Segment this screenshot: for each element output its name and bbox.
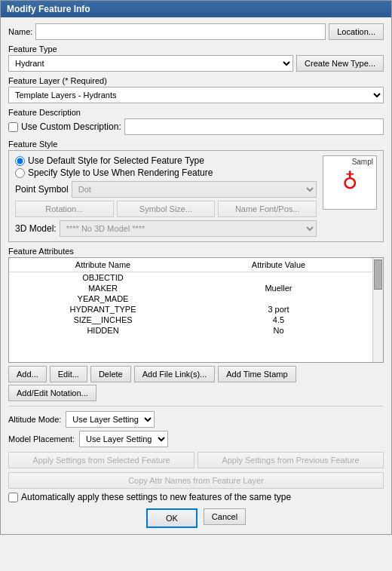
3d-model-label: 3D Model: (15, 223, 57, 234)
radio-default-label: Use Default Style for Selected Feature T… (28, 155, 204, 166)
feature-type-select[interactable]: Hydrant (8, 55, 293, 72)
sample-text: Sampl (352, 158, 373, 166)
table-row[interactable]: OBJECTID (9, 272, 372, 283)
attr-rows: OBJECTIDMAKERMuellerYEAR_MADEHYDRANT_TYP… (9, 272, 372, 336)
radio-default[interactable] (15, 156, 25, 166)
custom-description-row: Use Custom Description: (8, 118, 384, 135)
apply-selected-button[interactable]: Apply Settings from Selected Feature (8, 452, 194, 468)
table-row[interactable]: HIDDENNo (9, 325, 372, 336)
feature-description-label: Feature Description (8, 108, 384, 117)
attr-name-cell: MAKER (15, 284, 191, 293)
radio-specify-row: Specify Style to Use When Rendering Feat… (15, 167, 317, 178)
notation-btn-group: Add/Edit Notation... (8, 385, 384, 401)
point-symbol-select[interactable]: Dot (72, 181, 317, 198)
altitude-mode-select[interactable]: Use Layer Setting (66, 411, 155, 428)
create-new-type-button[interactable]: Create New Type... (296, 55, 384, 72)
use-custom-description-label: Use Custom Description: (21, 121, 121, 132)
add-file-links-button[interactable]: Add File Link(s)... (134, 366, 216, 382)
use-custom-description-checkbox[interactable] (8, 122, 18, 132)
style-btn-row: Rotation... Symbol Size... Name Font/Pos… (15, 201, 317, 217)
name-font-button[interactable]: Name Font/Pos... (218, 201, 317, 217)
radio-default-row: Use Default Style for Selected Feature T… (15, 155, 317, 166)
attr-value-cell: 4.5 (191, 315, 366, 324)
cancel-button[interactable]: Cancel (204, 508, 246, 525)
model-placement-label: Model Placement: (8, 434, 75, 444)
add-time-stamp-button[interactable]: Add Time Stamp (218, 366, 296, 382)
content-area: Name: Location... Feature Type Hydrant C… (1, 17, 391, 534)
custom-description-input[interactable] (124, 118, 384, 135)
attrs-scroll-area: Attribute Name Attribute Value OBJECTIDM… (9, 258, 372, 362)
attr-value-cell: 3 port (191, 305, 366, 314)
feature-style-label: Feature Style (8, 140, 384, 149)
rotation-button[interactable]: Rotation... (15, 201, 114, 217)
apply-previous-button[interactable]: Apply Settings from Previous Feature (198, 452, 384, 468)
location-button[interactable]: Location... (329, 23, 384, 40)
model-placement-row: Model Placement: Use Layer Setting (8, 431, 384, 447)
table-row[interactable]: SIZE__INCHES4.5 (9, 315, 372, 325)
edit-button[interactable]: Edit... (50, 366, 87, 382)
attr-col1-header: Attribute Name (15, 260, 191, 269)
style-preview: Sampl ♁ (323, 155, 377, 210)
feature-layer-select[interactable]: Template Layers - Hydrants (8, 87, 384, 103)
title-bar: Modify Feature Info (1, 1, 391, 17)
feature-style-box: Use Default Style for Selected Feature T… (8, 150, 384, 242)
add-edit-notation-button[interactable]: Add/Edit Notation... (8, 385, 96, 401)
attrs-scrollbar[interactable] (372, 258, 383, 362)
attr-value-cell (191, 273, 366, 282)
feature-type-label: Feature Type (8, 45, 384, 54)
attr-name-cell: YEAR_MADE (15, 294, 191, 303)
3d-model-row: 3D Model: **** No 3D Model **** (15, 220, 317, 237)
ok-cancel-row: OK Cancel (8, 508, 384, 528)
attr-col2-header: Attribute Value (191, 260, 366, 269)
table-row[interactable]: HYDRANT_TYPE3 port (9, 304, 372, 315)
attr-name-cell: HYDRANT_TYPE (15, 305, 191, 314)
auto-apply-checkbox[interactable] (8, 493, 18, 502)
attr-value-cell: No (191, 326, 366, 335)
attr-name-cell: OBJECTID (15, 273, 191, 282)
main-window: Modify Feature Info Name: Location... Fe… (0, 0, 392, 535)
window-title: Modify Feature Info (7, 4, 90, 14)
copy-names-button[interactable]: Copy Attr Names from Feature Layer (8, 472, 384, 489)
feature-attributes-label: Feature Attributes (8, 247, 384, 256)
name-row: Name: Location... (8, 23, 384, 40)
altitude-mode-label: Altitude Mode: (8, 415, 61, 424)
name-input[interactable] (35, 23, 326, 40)
style-left: Use Default Style for Selected Feature T… (15, 155, 317, 237)
name-label: Name: (8, 27, 32, 36)
feature-type-row: Hydrant Create New Type... (8, 55, 384, 72)
add-button[interactable]: Add... (8, 366, 47, 382)
copy-names-row: Copy Attr Names from Feature Layer (8, 471, 384, 489)
table-row[interactable]: MAKERMueller (9, 283, 372, 293)
attr-name-cell: HIDDEN (15, 326, 191, 335)
attributes-table: Attribute Name Attribute Value OBJECTIDM… (8, 257, 384, 363)
attr-value-cell (191, 294, 366, 303)
radio-specify-label: Specify Style to Use When Rendering Feat… (28, 167, 213, 178)
3d-model-select[interactable]: **** No 3D Model **** (60, 220, 317, 237)
hydrant-icon: ♁ (342, 169, 358, 194)
attr-header: Attribute Name Attribute Value (9, 258, 372, 272)
altitude-mode-row: Altitude Mode: Use Layer Setting (8, 411, 384, 428)
radio-specify[interactable] (15, 168, 25, 178)
point-symbol-label: Point Symbol (15, 184, 69, 195)
symbol-size-button[interactable]: Symbol Size... (117, 201, 216, 217)
apply-settings-row: Apply Settings from Selected Feature App… (8, 452, 384, 468)
table-row[interactable]: YEAR_MADE (9, 293, 372, 304)
point-symbol-row: Point Symbol Dot (15, 181, 317, 198)
attr-btn-group: Add... Edit... Delete Add File Link(s)..… (8, 366, 384, 382)
delete-button[interactable]: Delete (90, 366, 131, 382)
attr-value-cell: Mueller (191, 284, 366, 293)
auto-apply-row: Automatically apply these settings to ne… (8, 492, 384, 502)
attr-name-cell: SIZE__INCHES (15, 315, 191, 324)
feature-layer-label: Feature Layer (* Required) (8, 76, 384, 85)
ok-button[interactable]: OK (146, 508, 198, 528)
auto-apply-label: Automatically apply these settings to ne… (21, 492, 291, 502)
style-container: Use Default Style for Selected Feature T… (15, 155, 377, 237)
model-placement-select[interactable]: Use Layer Setting (79, 431, 168, 447)
scrollbar-thumb[interactable] (374, 259, 382, 290)
